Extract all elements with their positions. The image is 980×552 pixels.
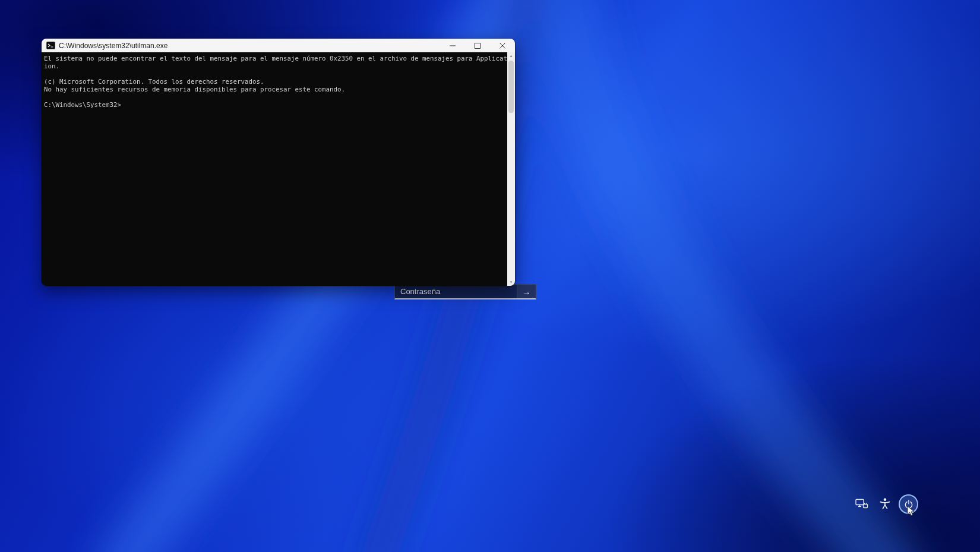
cmd-icon — [46, 41, 55, 50]
scrollbar-down-button[interactable]: ▼ — [510, 279, 513, 286]
console-line: El sistema no puede encontrar el texto d… — [44, 55, 506, 62]
maximize-button[interactable] — [465, 39, 490, 52]
network-icon[interactable] — [855, 499, 868, 509]
mouse-cursor — [907, 506, 915, 517]
scrollbar-thumb[interactable] — [508, 61, 514, 113]
console-line — [44, 70, 506, 78]
accessibility-icon[interactable] — [879, 498, 891, 509]
login-screen: → C:\Windows\system32\utilman.exe — [0, 0, 980, 552]
window-controls — [440, 39, 515, 52]
close-icon — [500, 43, 505, 49]
console-window: C:\Windows\system32\utilman.exe — [42, 39, 515, 286]
console-line: No hay suficientes recursos de memoria d… — [44, 86, 506, 93]
maximize-icon — [475, 43, 480, 49]
titlebar[interactable]: C:\Windows\system32\utilman.exe — [42, 39, 515, 52]
minimize-icon — [450, 43, 456, 49]
console-line: ion. — [44, 62, 506, 70]
password-input[interactable] — [395, 285, 517, 298]
console-line: (c) Microsoft Corporation. Todos los der… — [44, 78, 506, 86]
console-line — [44, 93, 506, 101]
minimize-button[interactable] — [440, 39, 465, 52]
password-field-container: → — [394, 284, 536, 299]
window-title: C:\Windows\system32\utilman.exe — [59, 42, 440, 50]
close-button[interactable] — [490, 39, 515, 52]
scrollbar-up-button[interactable]: ▲ — [510, 52, 513, 59]
console-line: C:\Windows\System32> — [44, 101, 506, 109]
password-submit-button[interactable]: → — [517, 285, 536, 298]
scrollbar[interactable]: ▲ ▼ — [507, 52, 515, 286]
console-area: El sistema no puede encontrar el texto d… — [42, 52, 515, 286]
console-output[interactable]: El sistema no puede encontrar el texto d… — [42, 52, 507, 286]
